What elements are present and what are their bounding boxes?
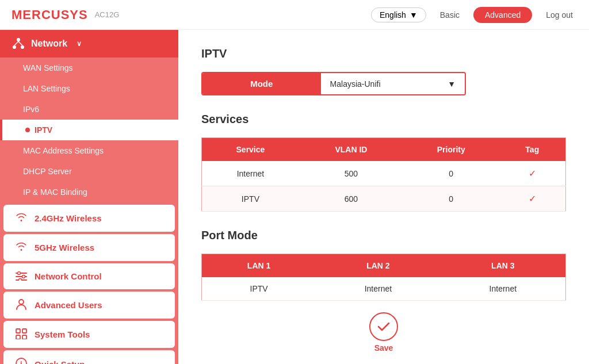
content-area: IPTV Mode Malaysia-Unifi ▼ Services Serv… [178, 30, 589, 364]
sidebar-quicksetup-label: Quick Setup [35, 359, 85, 364]
vlan-internet: 500 [299, 161, 403, 186]
col-lan3: LAN 3 [441, 254, 566, 278]
sidebar-systools-label: System Tools [35, 329, 90, 339]
svg-line-4 [18, 41, 22, 45]
sidebar-item-wan[interactable]: WAN Settings [0, 58, 178, 78]
language-selector[interactable]: English ▼ [371, 7, 426, 22]
sidebar: Network ∨ WAN Settings LAN Settings IPv6… [0, 30, 178, 364]
svg-rect-14 [16, 335, 20, 339]
port-lan3: Internet [441, 277, 566, 301]
service-iptv: IPTV [202, 186, 299, 212]
active-dot-icon [25, 128, 30, 132]
svg-rect-15 [22, 335, 26, 339]
svg-point-11 [19, 300, 24, 304]
svg-rect-12 [16, 329, 20, 333]
sidebar-mac-label: MAC Address Settings [23, 146, 104, 155]
port-lan1: IPTV [202, 277, 316, 301]
sidebar-item-advusers[interactable]: Advanced Users [3, 292, 175, 319]
port-mode-section: Port Mode LAN 1 LAN 2 LAN 3 IPTV Interne… [201, 229, 566, 301]
port-header-row: LAN 1 LAN 2 LAN 3 [202, 254, 566, 278]
iptv-title: IPTV [201, 47, 566, 60]
sidebar-item-wireless5[interactable]: 5GHz Wireless [3, 234, 175, 261]
svg-rect-13 [22, 329, 26, 333]
sidebar-network-arrow-icon: ∨ [77, 40, 82, 48]
language-label: English [380, 10, 406, 20]
port-mode-table: LAN 1 LAN 2 LAN 3 IPTV Internet Internet [201, 254, 566, 301]
sidebar-wireless5-label: 5GHz Wireless [35, 243, 94, 252]
col-vlan: VLAN ID [299, 138, 403, 162]
top-nav: MERCUSYS AC12G English ▼ Basic Advanced … [0, 0, 589, 30]
mode-label: Mode [202, 73, 321, 94]
mode-value: Malaysia-Unifi [330, 79, 381, 89]
sidebar-sub-items: WAN Settings LAN Settings IPv6 IPTV MAC … [0, 58, 178, 202]
sidebar-wan-label: WAN Settings [23, 63, 73, 72]
systools-icon [15, 328, 28, 341]
quicksetup-icon: i [15, 357, 28, 364]
sidebar-advusers-label: Advanced Users [35, 300, 102, 310]
sidebar-dhcp-label: DHCP Server [23, 167, 72, 176]
wifi24-icon [15, 212, 28, 225]
sidebar-iptv-label: IPTV [35, 125, 52, 135]
priority-iptv: 0 [403, 186, 499, 212]
port-lan2: Internet [316, 277, 440, 301]
port-mode-title: Port Mode [201, 229, 566, 242]
priority-internet: 0 [403, 161, 499, 186]
save-area: Save [201, 312, 566, 352]
advusers-icon [15, 298, 28, 312]
sidebar-item-ipmac[interactable]: IP & MAC Binding [0, 182, 178, 202]
check-icon: ✓ [529, 168, 536, 178]
col-priority: Priority [403, 138, 499, 162]
tag-iptv: ✓ [499, 186, 566, 212]
svg-text:i: i [20, 359, 22, 364]
svg-point-10 [19, 279, 22, 281]
col-lan2: LAN 2 [316, 254, 440, 278]
nav-right: English ▼ Basic Advanced Log out [371, 7, 577, 23]
check-icon: ✓ [529, 194, 536, 204]
sidebar-network-label: Network [31, 39, 67, 49]
basic-button[interactable]: Basic [435, 8, 464, 22]
sidebar-item-systools[interactable]: System Tools [3, 321, 175, 348]
services-title: Services [201, 113, 566, 126]
sidebar-item-quicksetup[interactable]: i Quick Setup [3, 350, 175, 364]
table-row: IPTV Internet Internet [202, 277, 566, 301]
sidebar-item-wireless24[interactable]: 2.4GHz Wireless [3, 205, 175, 232]
sidebar-item-mac[interactable]: MAC Address Settings [0, 140, 178, 161]
vlan-iptv: 600 [299, 186, 403, 212]
svg-point-0 [17, 38, 20, 41]
sidebar-wireless24-label: 2.4GHz Wireless [35, 213, 102, 223]
services-section: Services Service VLAN ID Priority Tag In… [201, 113, 566, 212]
sidebar-ipmac-label: IP & MAC Binding [23, 187, 87, 197]
sidebar-item-dhcp[interactable]: DHCP Server [0, 161, 178, 182]
save-button[interactable] [369, 312, 398, 341]
logout-button[interactable]: Log out [541, 8, 577, 22]
svg-point-1 [13, 45, 16, 49]
mode-dropdown-icon: ▼ [448, 79, 456, 89]
mode-select[interactable]: Malaysia-Unifi ▼ [321, 74, 465, 94]
sidebar-item-ipv6[interactable]: IPv6 [0, 99, 178, 120]
sidebar-item-netcontrol[interactable]: Network Control [3, 263, 175, 289]
save-label[interactable]: Save [374, 343, 393, 352]
table-row: IPTV 600 0 ✓ [202, 186, 566, 212]
svg-point-8 [18, 272, 21, 275]
svg-line-3 [14, 41, 18, 45]
col-tag: Tag [499, 138, 566, 162]
advanced-button[interactable]: Advanced [473, 7, 532, 23]
language-arrow-icon: ▼ [410, 10, 418, 20]
logo-area: MERCUSYS AC12G [12, 7, 119, 22]
services-header-row: Service VLAN ID Priority Tag [202, 138, 566, 162]
sidebar-network-header[interactable]: Network ∨ [0, 30, 178, 58]
sidebar-lan-label: LAN Settings [23, 84, 70, 93]
netcontrol-icon [15, 270, 28, 282]
main-layout: Network ∨ WAN Settings LAN Settings IPv6… [0, 30, 589, 364]
sidebar-item-lan[interactable]: LAN Settings [0, 78, 178, 99]
services-table: Service VLAN ID Priority Tag Internet 50… [201, 137, 566, 212]
model-label: AC12G [95, 10, 120, 19]
wifi5-icon [15, 241, 28, 254]
network-icon [12, 37, 25, 51]
table-row: Internet 500 0 ✓ [202, 161, 566, 186]
tag-internet: ✓ [499, 161, 566, 186]
col-service: Service [202, 138, 299, 162]
svg-point-9 [22, 275, 25, 278]
svg-point-2 [21, 45, 24, 49]
sidebar-item-iptv[interactable]: IPTV [0, 120, 178, 140]
